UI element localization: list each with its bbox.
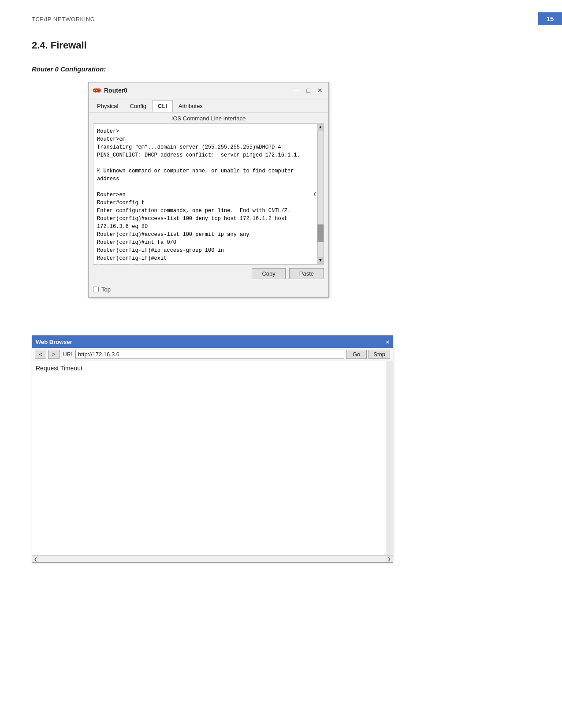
stop-button[interactable]: Stop <box>368 350 390 359</box>
scroll-arrow-up[interactable]: ▲ <box>317 124 324 131</box>
url-label: URL <box>63 351 74 358</box>
go-button[interactable]: Go <box>346 350 367 359</box>
web-browser-content-inner: Request Timeout <box>36 365 383 372</box>
cli-header-label: IOS Command Line Interface <box>89 112 328 123</box>
router-tabs: Physical Config CLI Attributes <box>89 98 328 112</box>
tab-cli[interactable]: CLI <box>152 100 173 112</box>
web-browser-window: Web Browser × < > URL Go Stop Request Ti… <box>32 335 393 563</box>
terminal-content: Router> Router>em Translating "em"...dom… <box>97 127 310 265</box>
scroll-thumb[interactable] <box>317 224 324 242</box>
tab-config[interactable]: Config <box>124 100 152 112</box>
page-number: 15 <box>538 12 562 25</box>
titlebar-controls: — □ ✕ <box>292 87 324 93</box>
h-scroll-track[interactable] <box>39 556 386 562</box>
web-browser-content: Request Timeout <box>32 361 393 555</box>
minimize-button[interactable]: — <box>292 87 301 93</box>
router-titlebar: Router0 — □ ✕ <box>89 82 328 98</box>
svg-rect-1 <box>94 90 95 91</box>
web-browser-content-wrapper: Request Timeout <box>32 361 393 555</box>
tab-attributes[interactable]: Attributes <box>173 100 208 112</box>
tab-physical[interactable]: Physical <box>91 100 124 112</box>
router-window: Router0 — □ ✕ Physical Config CLI Attrib… <box>88 82 329 298</box>
router-title-left: Router0 <box>93 86 127 94</box>
web-browser-toolbar: < > URL Go Stop <box>32 348 393 361</box>
scroll-left-arrow[interactable]: ❮ <box>32 557 39 561</box>
terminal-scrollbar[interactable]: ▲ ▼ <box>317 124 324 264</box>
web-browser-titlebar: Web Browser × <box>32 336 393 348</box>
top-checkbox-row: Top <box>89 283 328 297</box>
web-browser-title: Web Browser <box>36 339 72 345</box>
close-button[interactable]: ✕ <box>316 87 324 93</box>
router-icon <box>93 86 101 94</box>
page-header: TCP/IP NETWORKING <box>32 16 95 22</box>
router-window-title: Router0 <box>104 87 127 94</box>
svg-rect-3 <box>98 90 100 90</box>
web-browser-close-button[interactable]: × <box>386 339 389 345</box>
terminal-buttons: Copy Paste <box>89 265 328 283</box>
scroll-arrow-down[interactable]: ▼ <box>317 257 324 264</box>
request-timeout-text: Request Timeout <box>36 365 383 372</box>
maximize-button[interactable]: □ <box>305 87 312 93</box>
forward-button[interactable]: > <box>48 350 60 359</box>
expand-arrow[interactable]: ❮ <box>313 190 316 198</box>
web-browser-bottom-scrollbar: ❮ ❯ <box>32 555 393 562</box>
svg-rect-2 <box>96 90 97 91</box>
top-checkbox-label: Top <box>101 286 111 293</box>
copy-button[interactable]: Copy <box>252 268 285 279</box>
section-subtitle: Router 0 Configuration: <box>32 65 106 73</box>
url-input[interactable] <box>75 350 344 359</box>
terminal-area[interactable]: Router> Router>em Translating "em"...dom… <box>93 123 324 265</box>
scroll-right-arrow[interactable]: ❯ <box>386 557 393 561</box>
top-checkbox[interactable] <box>93 287 99 292</box>
paste-button[interactable]: Paste <box>289 268 324 279</box>
back-button[interactable]: < <box>35 350 46 359</box>
section-title: 2.4. Firewall <box>32 40 87 51</box>
web-browser-scrollbar[interactable] <box>387 361 393 555</box>
